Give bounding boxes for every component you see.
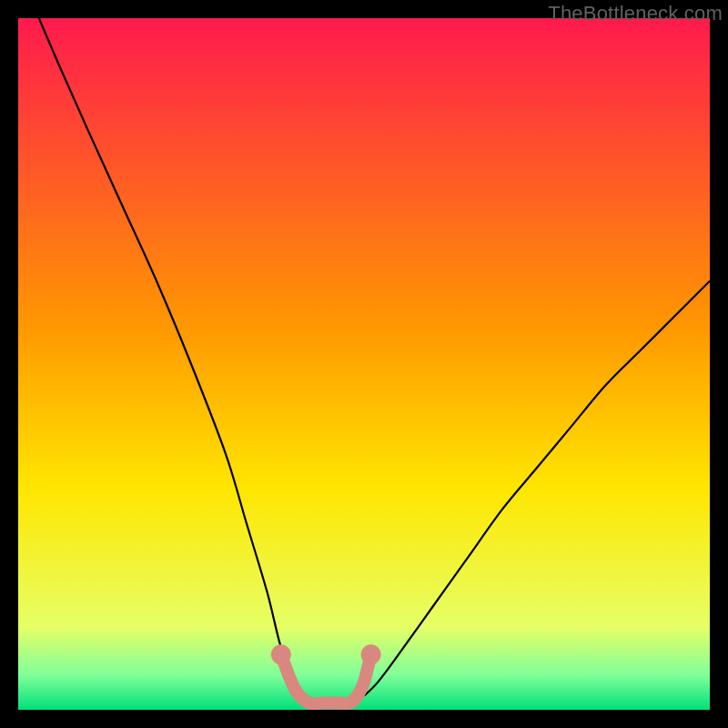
valley-endpoint-dot <box>271 644 291 664</box>
valley-endpoint-dot <box>361 644 381 664</box>
gradient-background <box>18 18 710 710</box>
chart-frame <box>18 18 710 710</box>
chart-svg <box>18 18 710 710</box>
watermark-text: TheBottleneck.com <box>548 2 723 25</box>
